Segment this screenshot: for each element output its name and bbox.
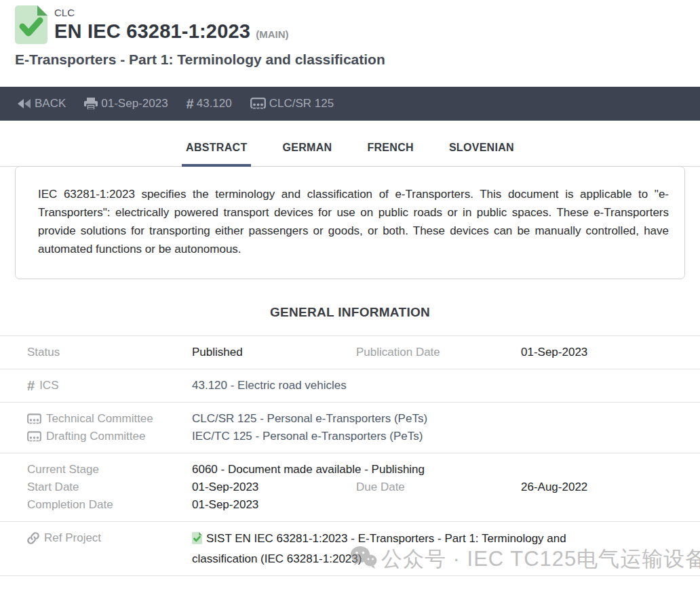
completion-date-value: 01-Sep-2023 xyxy=(192,496,700,514)
status-value: Published xyxy=(192,344,356,361)
committee-icon xyxy=(27,431,41,443)
start-date-value: 01-Sep-2023 xyxy=(192,478,356,496)
hash-icon: # xyxy=(187,96,194,112)
general-information-title: GENERAL INFORMATION xyxy=(0,305,700,320)
table-row-ref-project: Ref Project SIST EN IEC 63281-1:2023 - E… xyxy=(0,521,700,576)
hash-icon: # xyxy=(27,377,35,394)
ics-label: ICS xyxy=(39,377,58,394)
ics-link[interactable]: 43.120 - Electric road vehicles xyxy=(192,377,700,394)
table-row-stage: Current Stage 6060 - Document made avail… xyxy=(0,453,700,521)
rewind-icon xyxy=(17,98,31,109)
committee-chip[interactable]: CLC/SR 125 xyxy=(250,97,334,110)
tab-german[interactable]: GERMAN xyxy=(278,142,336,167)
abstract-text: IEC 63281-1:2023 specifies the terminolo… xyxy=(38,185,669,258)
document-check-icon xyxy=(192,531,202,550)
back-button[interactable]: BACK xyxy=(17,97,66,110)
drafting-committee-label: Drafting Committee xyxy=(46,428,145,445)
tab-french[interactable]: FRENCH xyxy=(363,142,417,167)
nav-committee: CLC/SR 125 xyxy=(269,97,334,110)
general-information-table: Status Published Publication Date 01-Sep… xyxy=(0,335,700,576)
toolbar: BACK 01-Sep-2023 # 43.120 xyxy=(0,87,700,121)
publication-date-value: 01-Sep-2023 xyxy=(521,344,700,361)
title-suffix: (MAIN) xyxy=(256,28,288,40)
page-title: EN IEC 63281-1:2023 xyxy=(54,20,250,43)
due-date-label: Due Date xyxy=(356,478,521,496)
nav-ics-code: 43.120 xyxy=(197,97,232,110)
ref-project-link[interactable]: SIST EN IEC 63281-1:2023 - E-Transporter… xyxy=(192,529,611,568)
agency-label: CLC xyxy=(54,7,288,19)
technical-committee-link[interactable]: CLC/SR 125 - Personal e-Transporters (Pe… xyxy=(192,410,700,428)
tab-abstract[interactable]: ABSTRACT xyxy=(182,142,251,167)
current-stage-label: Current Stage xyxy=(27,461,192,478)
publication-date-label: Publication Date xyxy=(356,344,521,361)
current-stage-value: 6060 - Document made available - Publish… xyxy=(192,461,700,478)
document-check-icon xyxy=(15,5,47,44)
table-row-ics: # ICS 43.120 - Electric road vehicles xyxy=(0,369,700,402)
table-row-status: Status Published Publication Date 01-Sep… xyxy=(0,335,700,369)
committee-icon xyxy=(250,98,266,110)
ics-chip[interactable]: # 43.120 xyxy=(187,96,232,112)
page-header: CLC EN IEC 63281-1:2023 (MAIN) E-Transpo… xyxy=(0,0,700,87)
standard-subtitle: E-Transporters - Part 1: Terminology and… xyxy=(15,52,700,68)
publication-date-chip: 01-Sep-2023 xyxy=(84,97,168,110)
completion-date-label: Completion Date xyxy=(27,496,192,514)
ref-project-label: Ref Project xyxy=(44,529,101,547)
ref-project-text: SIST EN IEC 63281-1:2023 - E-Transporter… xyxy=(192,532,566,565)
printer-icon xyxy=(84,97,98,110)
nav-date: 01-Sep-2023 xyxy=(101,97,168,110)
table-row-committees: Technical Committee Drafting xyxy=(0,402,700,453)
tab-bar: ABSTRACT GERMAN FRENCH SLOVENIAN xyxy=(0,121,700,167)
back-label: BACK xyxy=(35,97,66,110)
standard-detail-page: CLC EN IEC 63281-1:2023 (MAIN) E-Transpo… xyxy=(0,0,700,591)
link-icon xyxy=(27,532,39,544)
committee-icon xyxy=(27,413,41,425)
start-date-label: Start Date xyxy=(27,478,192,496)
abstract-panel: IEC 63281-1:2023 specifies the terminolo… xyxy=(15,166,685,279)
tab-slovenian[interactable]: SLOVENIAN xyxy=(445,142,518,167)
status-label: Status xyxy=(27,344,192,361)
technical-committee-label: Technical Committee xyxy=(46,410,153,428)
due-date-value: 26-Aug-2022 xyxy=(521,478,700,496)
drafting-committee-link[interactable]: IEC/TC 125 - Personal e-Transporters (Pe… xyxy=(192,428,700,445)
